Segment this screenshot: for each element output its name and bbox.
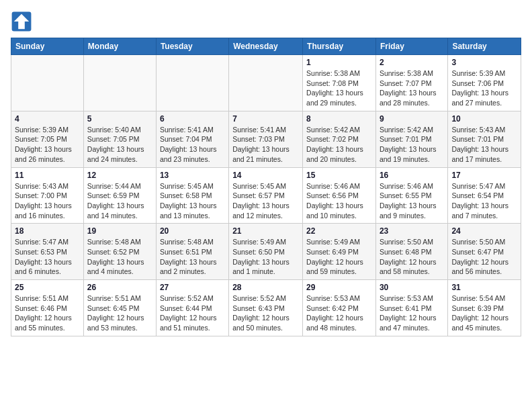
day-info: Sunrise: 5:43 AM Sunset: 7:01 PM Dayligh…	[451, 125, 517, 165]
day-number: 1	[306, 58, 372, 67]
day-info: Sunrise: 5:42 AM Sunset: 7:01 PM Dayligh…	[380, 125, 444, 165]
calendar-week-row: 11Sunrise: 5:43 AM Sunset: 7:00 PM Dayli…	[11, 167, 521, 224]
day-info: Sunrise: 5:38 AM Sunset: 7:07 PM Dayligh…	[380, 68, 444, 108]
calendar-cell: 23Sunrise: 5:50 AM Sunset: 6:48 PM Dayli…	[375, 224, 447, 280]
calendar-cell: 8Sunrise: 5:42 AM Sunset: 7:02 PM Daylig…	[303, 111, 376, 167]
calendar-cell: 31Sunrise: 5:54 AM Sunset: 6:39 PM Dayli…	[448, 280, 521, 336]
day-info: Sunrise: 5:45 AM Sunset: 6:58 PM Dayligh…	[160, 181, 225, 221]
day-number: 4	[15, 114, 80, 124]
day-info: Sunrise: 5:51 AM Sunset: 6:45 PM Dayligh…	[87, 293, 152, 333]
calendar-cell: 22Sunrise: 5:49 AM Sunset: 6:49 PM Dayli…	[303, 224, 376, 280]
calendar-cell: 12Sunrise: 5:44 AM Sunset: 6:59 PM Dayli…	[83, 167, 156, 224]
calendar-cell	[156, 55, 228, 111]
day-info: Sunrise: 5:44 AM Sunset: 6:59 PM Dayligh…	[87, 181, 152, 221]
day-number: 28	[232, 283, 299, 292]
day-info: Sunrise: 5:48 AM Sunset: 6:52 PM Dayligh…	[87, 237, 152, 277]
day-number: 14	[232, 171, 299, 180]
calendar-cell: 11Sunrise: 5:43 AM Sunset: 7:00 PM Dayli…	[11, 167, 84, 224]
day-number: 20	[160, 226, 225, 236]
calendar-day-header: Monday	[83, 38, 156, 55]
page-header	[11, 11, 521, 32]
calendar-cell: 10Sunrise: 5:43 AM Sunset: 7:01 PM Dayli…	[448, 111, 521, 167]
day-info: Sunrise: 5:49 AM Sunset: 6:49 PM Dayligh…	[306, 237, 372, 277]
calendar-cell: 25Sunrise: 5:51 AM Sunset: 6:46 PM Dayli…	[11, 280, 84, 336]
day-number: 23	[380, 226, 444, 236]
calendar-cell: 24Sunrise: 5:50 AM Sunset: 6:47 PM Dayli…	[448, 224, 521, 280]
day-number: 6	[160, 114, 225, 124]
calendar-week-row: 1Sunrise: 5:38 AM Sunset: 7:08 PM Daylig…	[11, 55, 521, 111]
calendar-week-row: 25Sunrise: 5:51 AM Sunset: 6:46 PM Dayli…	[11, 280, 521, 336]
day-number: 24	[451, 226, 517, 236]
calendar-day-header: Friday	[375, 38, 447, 55]
calendar-cell: 16Sunrise: 5:46 AM Sunset: 6:55 PM Dayli…	[375, 167, 447, 224]
day-number: 29	[306, 283, 372, 292]
day-number: 30	[380, 283, 444, 292]
day-number: 16	[380, 171, 444, 180]
calendar-cell: 5Sunrise: 5:40 AM Sunset: 7:05 PM Daylig…	[83, 111, 156, 167]
calendar-cell: 13Sunrise: 5:45 AM Sunset: 6:58 PM Dayli…	[156, 167, 228, 224]
day-number: 10	[451, 114, 517, 124]
logo-icon	[11, 11, 32, 32]
day-info: Sunrise: 5:43 AM Sunset: 7:00 PM Dayligh…	[15, 181, 80, 221]
day-number: 19	[87, 226, 152, 236]
day-info: Sunrise: 5:51 AM Sunset: 6:46 PM Dayligh…	[15, 293, 80, 333]
day-info: Sunrise: 5:47 AM Sunset: 6:53 PM Dayligh…	[15, 237, 80, 277]
calendar-cell: 30Sunrise: 5:53 AM Sunset: 6:41 PM Dayli…	[375, 280, 447, 336]
calendar-week-row: 18Sunrise: 5:47 AM Sunset: 6:53 PM Dayli…	[11, 224, 521, 280]
day-info: Sunrise: 5:38 AM Sunset: 7:08 PM Dayligh…	[306, 68, 372, 108]
day-number: 25	[15, 283, 80, 292]
day-number: 12	[87, 171, 152, 180]
calendar-cell: 17Sunrise: 5:47 AM Sunset: 6:54 PM Dayli…	[448, 167, 521, 224]
day-number: 5	[87, 114, 152, 124]
logo	[11, 11, 35, 32]
day-number: 22	[306, 226, 372, 236]
calendar-cell: 6Sunrise: 5:41 AM Sunset: 7:04 PM Daylig…	[156, 111, 228, 167]
calendar-cell	[11, 55, 84, 111]
calendar-table: SundayMondayTuesdayWednesdayThursdayFrid…	[11, 38, 521, 336]
day-info: Sunrise: 5:47 AM Sunset: 6:54 PM Dayligh…	[451, 181, 517, 221]
calendar-cell: 19Sunrise: 5:48 AM Sunset: 6:52 PM Dayli…	[83, 224, 156, 280]
day-info: Sunrise: 5:41 AM Sunset: 7:03 PM Dayligh…	[232, 125, 299, 165]
day-info: Sunrise: 5:40 AM Sunset: 7:05 PM Dayligh…	[87, 125, 152, 165]
day-number: 3	[451, 58, 517, 67]
day-info: Sunrise: 5:52 AM Sunset: 6:43 PM Dayligh…	[232, 293, 299, 333]
day-info: Sunrise: 5:42 AM Sunset: 7:02 PM Dayligh…	[306, 125, 372, 165]
calendar-cell: 9Sunrise: 5:42 AM Sunset: 7:01 PM Daylig…	[375, 111, 447, 167]
day-number: 21	[232, 226, 299, 236]
day-number: 15	[306, 171, 372, 180]
day-info: Sunrise: 5:45 AM Sunset: 6:57 PM Dayligh…	[232, 181, 299, 221]
calendar-cell: 7Sunrise: 5:41 AM Sunset: 7:03 PM Daylig…	[229, 111, 303, 167]
day-info: Sunrise: 5:54 AM Sunset: 6:39 PM Dayligh…	[451, 293, 517, 333]
calendar-cell: 1Sunrise: 5:38 AM Sunset: 7:08 PM Daylig…	[303, 55, 376, 111]
day-number: 18	[15, 226, 80, 236]
calendar-cell: 27Sunrise: 5:52 AM Sunset: 6:44 PM Dayli…	[156, 280, 228, 336]
calendar-day-header: Wednesday	[229, 38, 303, 55]
day-number: 31	[451, 283, 517, 292]
day-info: Sunrise: 5:41 AM Sunset: 7:04 PM Dayligh…	[160, 125, 225, 165]
calendar-cell	[229, 55, 303, 111]
day-info: Sunrise: 5:48 AM Sunset: 6:51 PM Dayligh…	[160, 237, 225, 277]
day-number: 11	[15, 171, 80, 180]
day-number: 8	[306, 114, 372, 124]
calendar-cell: 18Sunrise: 5:47 AM Sunset: 6:53 PM Dayli…	[11, 224, 84, 280]
calendar-day-header: Tuesday	[156, 38, 228, 55]
day-number: 9	[380, 114, 444, 124]
calendar-cell: 28Sunrise: 5:52 AM Sunset: 6:43 PM Dayli…	[229, 280, 303, 336]
day-number: 17	[451, 171, 517, 180]
day-number: 26	[87, 283, 152, 292]
day-number: 2	[380, 58, 444, 67]
calendar-cell: 3Sunrise: 5:39 AM Sunset: 7:06 PM Daylig…	[448, 55, 521, 111]
day-info: Sunrise: 5:39 AM Sunset: 7:05 PM Dayligh…	[15, 125, 80, 165]
day-info: Sunrise: 5:49 AM Sunset: 6:50 PM Dayligh…	[232, 237, 299, 277]
calendar-cell: 26Sunrise: 5:51 AM Sunset: 6:45 PM Dayli…	[83, 280, 156, 336]
day-number: 7	[232, 114, 299, 124]
day-info: Sunrise: 5:46 AM Sunset: 6:55 PM Dayligh…	[380, 181, 444, 221]
day-info: Sunrise: 5:53 AM Sunset: 6:41 PM Dayligh…	[380, 293, 444, 333]
calendar-cell: 14Sunrise: 5:45 AM Sunset: 6:57 PM Dayli…	[229, 167, 303, 224]
day-info: Sunrise: 5:53 AM Sunset: 6:42 PM Dayligh…	[306, 293, 372, 333]
calendar-day-header: Saturday	[448, 38, 521, 55]
calendar-cell: 21Sunrise: 5:49 AM Sunset: 6:50 PM Dayli…	[229, 224, 303, 280]
calendar-header: SundayMondayTuesdayWednesdayThursdayFrid…	[11, 38, 521, 55]
calendar-cell: 29Sunrise: 5:53 AM Sunset: 6:42 PM Dayli…	[303, 280, 376, 336]
day-info: Sunrise: 5:50 AM Sunset: 6:48 PM Dayligh…	[380, 237, 444, 277]
